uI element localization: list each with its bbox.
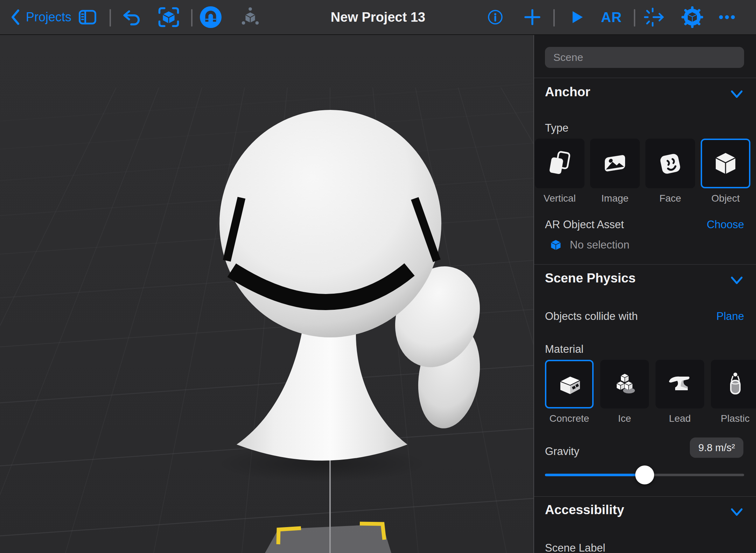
collide-value-button[interactable]: Plane: [716, 310, 744, 323]
accessibility-section-title: Accessibility: [545, 503, 624, 517]
ice-icon: [611, 371, 638, 398]
plastic-icon: [722, 371, 749, 398]
material-label: Material: [545, 343, 583, 356]
choose-asset-button[interactable]: Choose: [707, 218, 744, 231]
chevron-down-icon[interactable]: [730, 507, 743, 517]
snap-magnet-icon: [200, 6, 222, 28]
material-ice[interactable]: Ice: [600, 360, 649, 424]
anchor-type-image[interactable]: Image: [590, 139, 640, 204]
asset-selection-value: No selection: [570, 239, 630, 251]
lead-icon: [667, 371, 693, 398]
behaviors-button[interactable]: [239, 6, 261, 28]
material-options: Concrete: [545, 360, 756, 424]
inspector-panel: Anchor Type Vertical: [533, 35, 756, 553]
project-title: New Project 13: [331, 10, 425, 25]
scene-label-label: Scene Label: [545, 542, 605, 553]
chevron-down-icon[interactable]: [730, 89, 743, 99]
anchor-type-options: Vertical Image: [535, 139, 750, 204]
vertical-plane-icon: [547, 151, 572, 176]
info-icon: [485, 7, 505, 27]
chevron-back-icon: [8, 8, 23, 26]
send-to-ar-button[interactable]: [644, 7, 665, 28]
snap-magnet-button[interactable]: [200, 6, 222, 28]
scene-viewport[interactable]: [0, 35, 533, 553]
character-body-cone: [237, 318, 407, 461]
back-button-label: Projects: [26, 10, 71, 24]
asset-selection-row: No selection: [550, 239, 630, 251]
cube-icon: [550, 239, 561, 251]
toolbar-divider: [110, 9, 111, 27]
behaviors-icon: [239, 6, 261, 28]
material-concrete[interactable]: Concrete: [545, 360, 594, 424]
gravity-label: Gravity: [545, 445, 579, 458]
panel-divider: [534, 496, 756, 497]
character[interactable]: [219, 110, 495, 461]
sidebar-toggle-button[interactable]: [77, 7, 98, 28]
object-settings-button[interactable]: [681, 6, 704, 28]
object-cube-icon: [712, 149, 739, 177]
gravity-slider[interactable]: [545, 464, 744, 486]
undo-button[interactable]: [121, 7, 141, 27]
gravity-slider-thumb[interactable]: [635, 465, 654, 484]
info-button[interactable]: [485, 7, 505, 27]
anchor-type-label: Type: [545, 122, 568, 134]
anchor-type-object[interactable]: Object: [701, 139, 750, 204]
ar-object-asset-label: AR Object Asset: [545, 218, 624, 231]
anchor-type-face[interactable]: Face: [645, 139, 695, 204]
physics-section-title: Scene Physics: [545, 271, 636, 286]
send-to-ar-icon: [644, 7, 665, 28]
add-icon: [523, 7, 542, 27]
play-button[interactable]: [566, 7, 586, 27]
gravity-slider-fill: [545, 474, 645, 476]
scene-render: [0, 35, 533, 553]
ar-mode-button[interactable]: AR: [601, 9, 622, 25]
chevron-down-icon[interactable]: [730, 275, 743, 286]
anchor-section-title: Anchor: [545, 85, 590, 99]
add-button[interactable]: [523, 7, 542, 27]
material-plastic[interactable]: Plastic: [711, 360, 756, 424]
material-lead[interactable]: Lead: [656, 360, 704, 424]
play-icon: [566, 7, 586, 27]
object-settings-icon: [681, 6, 704, 28]
undo-icon: [121, 7, 141, 27]
anchor-type-vertical[interactable]: Vertical: [535, 139, 584, 204]
face-icon: [657, 150, 683, 176]
scene-name-field[interactable]: [545, 47, 744, 68]
toolbar-divider: [191, 9, 192, 27]
panel-divider: [534, 264, 756, 265]
panel-divider: [534, 78, 756, 78]
ar-mode-label: AR: [601, 9, 622, 25]
sidebar-toggle-icon: [77, 7, 98, 28]
image-icon: [602, 150, 628, 177]
scan-object-icon: [158, 6, 180, 28]
more-button[interactable]: [716, 7, 737, 27]
toolbar-divider: [553, 9, 555, 27]
collide-label: Objects collide with: [545, 310, 638, 323]
back-button[interactable]: Projects: [8, 8, 71, 26]
gravity-value-badge[interactable]: 9.8 m/s²: [690, 438, 743, 458]
toolbar: Projects: [0, 0, 756, 35]
more-icon: [716, 7, 737, 27]
toolbar-divider: [634, 9, 635, 27]
concrete-icon: [556, 371, 583, 398]
scan-object-button[interactable]: [158, 6, 180, 28]
